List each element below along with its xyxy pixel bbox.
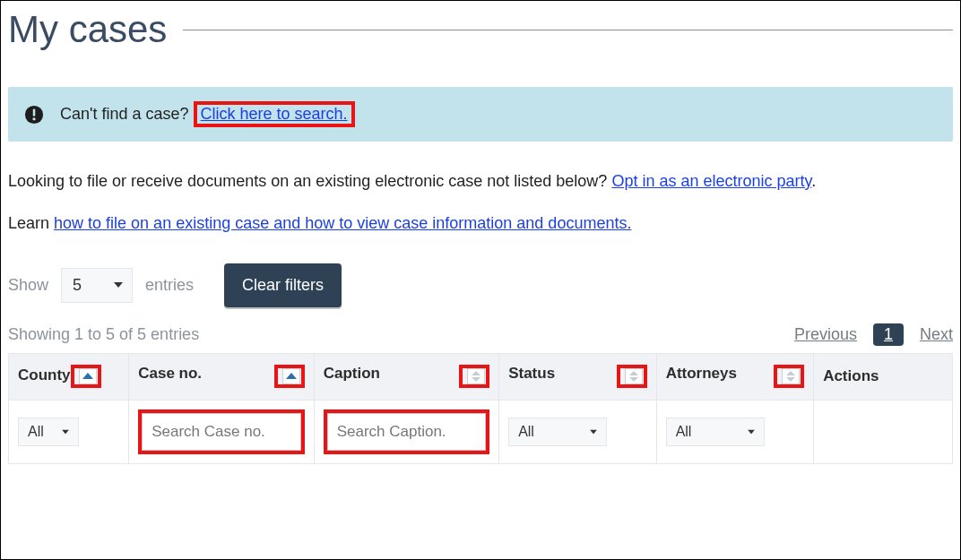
svg-marker-17: [62, 429, 69, 434]
sort-asc-icon[interactable]: [79, 368, 97, 384]
learn-link[interactable]: how to file on an existing case and how …: [54, 214, 631, 232]
svg-rect-1: [33, 108, 36, 116]
sort-both-icon[interactable]: [467, 368, 485, 384]
svg-rect-11: [625, 368, 643, 384]
cases-table: County Case no. Caption Status Attorneys: [8, 353, 953, 464]
col-attorneys-label: Attorneys: [666, 365, 737, 382]
para2-text: Learn: [8, 214, 54, 232]
table-header-row: County Case no. Caption Status Attorneys: [9, 353, 953, 400]
filter-county-value: All: [28, 424, 44, 440]
svg-marker-3: [114, 282, 123, 288]
filter-attorneys-select[interactable]: All: [666, 418, 765, 446]
entries-value: 5: [73, 276, 82, 295]
filter-actions-cell: [814, 400, 953, 463]
para1-text: Looking to file or receive documents on …: [8, 172, 611, 190]
col-header-actions: Actions: [814, 353, 953, 400]
col-caseno-label: Case no.: [138, 365, 202, 382]
filter-status-select[interactable]: All: [508, 418, 607, 446]
page-title: My cases: [8, 8, 167, 51]
show-label: Show: [8, 276, 48, 295]
opt-in-link[interactable]: Opt in as an electronic party: [611, 172, 811, 190]
col-status-label: Status: [508, 365, 555, 382]
info-notice: Can't find a case? Click here to search.: [8, 87, 953, 142]
caret-down-icon: [114, 282, 123, 288]
para1-suffix: .: [811, 172, 816, 190]
sort-attorneys-highlight: [774, 365, 804, 388]
pager-page-1[interactable]: 1: [873, 323, 904, 346]
filter-caption-input[interactable]: [327, 413, 486, 451]
sort-asc-icon[interactable]: [282, 368, 300, 384]
notice-link-highlight: Click here to search.: [194, 101, 355, 127]
filter-status-value: All: [518, 424, 534, 440]
sort-county-highlight: [71, 365, 101, 388]
sort-caseno-highlight: [274, 365, 305, 388]
col-caption-label: Caption: [324, 365, 380, 382]
col-header-attorneys[interactable]: Attorneys: [656, 353, 814, 400]
pager-next[interactable]: Next: [920, 325, 953, 344]
svg-point-2: [32, 117, 35, 120]
col-header-caseno[interactable]: Case no.: [129, 353, 314, 400]
table-filter-row: All All: [9, 400, 953, 463]
filter-county-select[interactable]: All: [18, 418, 79, 446]
clear-filters-button[interactable]: Clear filters: [224, 263, 342, 307]
showing-info: Showing 1 to 5 of 5 entries: [8, 325, 199, 344]
col-header-caption[interactable]: Caption: [314, 353, 498, 400]
pager-previous[interactable]: Previous: [794, 325, 857, 344]
col-header-county[interactable]: County: [9, 353, 129, 400]
search-cases-link[interactable]: Click here to search.: [201, 105, 348, 123]
svg-marker-18: [590, 429, 597, 434]
sort-both-icon[interactable]: [782, 368, 800, 384]
filter-attorneys-value: All: [676, 424, 692, 440]
sort-caption-highlight: [459, 365, 489, 388]
notice-prefix: Can't find a case?: [60, 105, 189, 123]
caret-down-icon: [748, 429, 755, 434]
filter-caseno-input[interactable]: [142, 413, 300, 451]
pager: Previous 1 Next: [794, 323, 953, 346]
filter-caption-highlight: [324, 409, 489, 454]
svg-rect-8: [467, 368, 485, 384]
exclamation-icon: [24, 105, 44, 125]
filter-caseno-highlight: [138, 409, 304, 454]
sort-both-icon[interactable]: [625, 368, 643, 384]
col-county-label: County: [18, 367, 71, 384]
title-divider: [183, 30, 953, 30]
sort-status-highlight: [617, 365, 647, 388]
entries-label: entries: [145, 276, 194, 295]
svg-marker-19: [748, 429, 755, 434]
col-actions-label: Actions: [823, 367, 879, 384]
caret-down-icon: [62, 429, 69, 434]
col-header-status[interactable]: Status: [499, 353, 657, 400]
caret-down-icon: [590, 429, 597, 434]
svg-rect-14: [782, 368, 800, 384]
entries-select[interactable]: 5: [61, 268, 133, 303]
